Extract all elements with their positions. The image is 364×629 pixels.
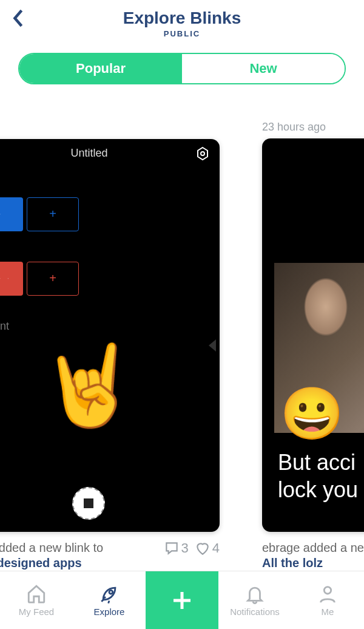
bottom-nav: My Feed Explore Notifications Me [0, 571, 364, 629]
chevron-left-icon [12, 8, 25, 29]
comment-button[interactable]: 3 [164, 540, 189, 556]
user-icon [317, 583, 338, 604]
nav-label: Explore [94, 607, 125, 617]
meme-text-line: lock you [278, 477, 358, 502]
meme-text-line: But acci [278, 450, 356, 475]
collection-link[interactable]: Nicely designed apps [0, 556, 82, 570]
sound-cell[interactable]: · · · · [0, 262, 23, 296]
collapse-arrow-icon[interactable] [209, 339, 216, 352]
track-row-puppy: · · · · · · · · · + [0, 262, 220, 297]
grin-emoji-icon: 😀 [280, 388, 344, 439]
comment-icon [164, 540, 180, 556]
track-label-puppy: Puppy [0, 233, 220, 262]
svg-point-2 [109, 590, 113, 594]
card-footer: ebrage added a ne All the lolz [262, 540, 364, 571]
feed-scroll[interactable]: Untitled Dust · · · · · · + Puppy · · · … [0, 84, 364, 571]
segmented-control: Popular New [0, 42, 364, 84]
rock-hand-emoji: 🤘 [0, 339, 220, 432]
like-button[interactable]: 4 [195, 540, 220, 556]
plus-icon [169, 587, 195, 614]
footer-text: lexisp added a new blink to [0, 541, 103, 554]
feed-item: 23 hours ago When y ta scre 😀 But acci l… [262, 121, 364, 571]
nav-label: My Feed [19, 607, 54, 617]
tab-popular[interactable]: Popular [19, 54, 182, 83]
card-title: Untitled [70, 147, 107, 160]
rocket-icon [99, 583, 120, 604]
timestamp: 23 hours ago [262, 121, 364, 136]
back-button[interactable] [6, 6, 30, 30]
nav-label: Notifications [230, 607, 280, 617]
card-footer: lexisp added a new blink to Nicely desig… [0, 540, 220, 571]
nav-notifications[interactable]: Notifications [218, 571, 291, 629]
footer-text: ebrage added a ne [262, 541, 364, 554]
nav-me[interactable]: Me [291, 571, 364, 629]
nav-create[interactable] [146, 571, 218, 629]
stop-button[interactable] [72, 487, 105, 520]
track-label-dust: Dust [0, 168, 220, 197]
gear-icon [195, 146, 210, 161]
blink-card[interactable]: Untitled Dust · · · · · · + Puppy · · · … [0, 139, 220, 532]
add-cell[interactable]: + [27, 262, 79, 296]
feed-item: Untitled Dust · · · · · · + Puppy · · · … [0, 121, 220, 571]
svg-point-5 [324, 587, 331, 594]
header: Explore Blinks PUBLIC [0, 0, 364, 42]
add-cell[interactable]: + [27, 197, 79, 231]
like-count: 4 [212, 540, 220, 556]
nav-label: Me [322, 607, 334, 617]
blink-card[interactable]: When y ta scre 😀 But acci lock you [262, 138, 364, 532]
home-icon [26, 583, 47, 604]
stop-icon [84, 498, 93, 508]
page-subtitle: PUBLIC [0, 29, 364, 38]
instrument-label: Instrument [0, 320, 220, 333]
collection-link[interactable]: All the lolz [262, 556, 323, 570]
page-title: Explore Blinks [0, 8, 364, 28]
tab-new[interactable]: New [182, 54, 345, 83]
track-row-dust: · · · · · · + [0, 197, 220, 233]
heart-icon [195, 540, 211, 556]
nav-explore[interactable]: Explore [73, 571, 146, 629]
comment-count: 3 [181, 540, 189, 556]
nav-my-feed[interactable]: My Feed [0, 571, 73, 629]
sound-cell[interactable]: · · [0, 197, 23, 231]
svg-point-1 [201, 152, 204, 155]
meme-image: 😀 [274, 263, 364, 433]
bell-icon [244, 583, 265, 604]
